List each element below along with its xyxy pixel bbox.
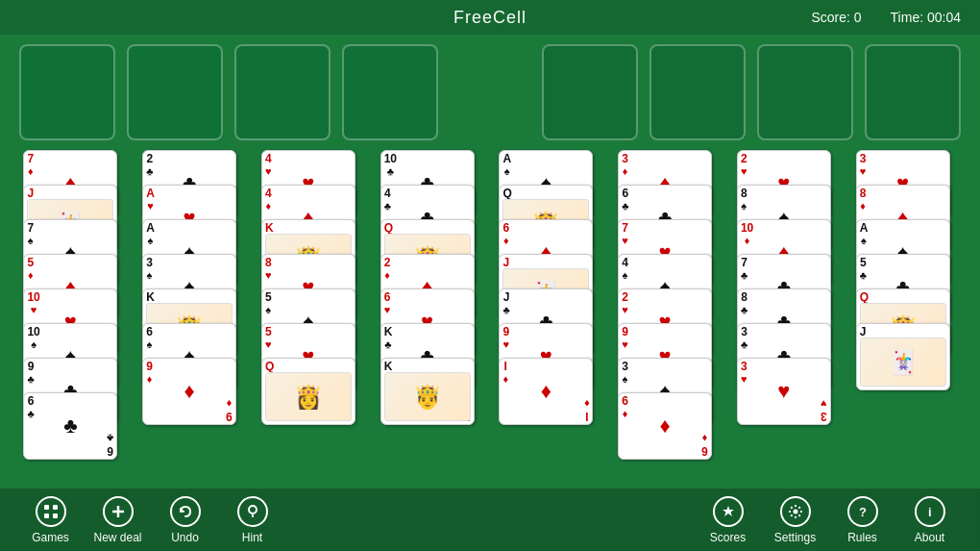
game-header: FreeCell Score: 0 Time: 00:04 bbox=[0, 0, 980, 35]
playing-card[interactable]: I♦I♦♦ bbox=[499, 358, 593, 425]
card-column-1[interactable]: 2♣2♣♣A♥A♥♥A♠A♠♠3♠3♠♠K♠K♠🤴6♠6♠♠9♦9♦♦ bbox=[142, 150, 243, 454]
hint-button[interactable]: Hint bbox=[221, 491, 283, 549]
rules-label: Rules bbox=[847, 531, 877, 544]
svg-rect-2 bbox=[44, 513, 49, 518]
settings-button[interactable]: Settings bbox=[764, 491, 826, 549]
card-column-4[interactable]: A♠A♠♠Q♠Q♠👸6♦6♦♦J♥J♥🃏J♣J♣♣9♥9♥♥I♦I♦♦ bbox=[499, 150, 600, 454]
card-column-5[interactable]: 3♦3♦♦6♣6♣♣7♥7♥♥4♠4♠♠2♥2♥♥9♥9♥♥3♠3♠♠6♦6♦♦ bbox=[618, 150, 719, 488]
hint-label: Hint bbox=[242, 531, 262, 544]
settings-icon bbox=[780, 496, 811, 527]
free-cell-3[interactable] bbox=[234, 44, 331, 140]
svg-text:i: i bbox=[928, 505, 932, 519]
game-title: FreeCell bbox=[453, 8, 527, 28]
foundation-3[interactable] bbox=[757, 44, 853, 140]
rules-icon: ? bbox=[847, 496, 878, 527]
scores-label: Scores bbox=[710, 531, 746, 544]
svg-rect-3 bbox=[53, 513, 58, 518]
settings-label: Settings bbox=[774, 531, 816, 544]
card-column-3[interactable]: 10♣10♣♣4♣4♣♣Q♥Q♥👸2♦2♦♦6♥6♥♥K♣K♣♣K♠K♠🤴 bbox=[380, 150, 481, 454]
card-column-2[interactable]: 4♥4♥♥4♦4♦♦K♥K♥🤴8♥8♥♥5♠5♠♠5♥5♥♥Q♦Q♦👸 bbox=[261, 150, 362, 454]
svg-rect-0 bbox=[44, 505, 49, 510]
new-deal-icon bbox=[103, 496, 134, 527]
rules-button[interactable]: ? Rules bbox=[831, 491, 894, 549]
undo-label: Undo bbox=[171, 531, 199, 544]
score-area: Score: 0 Time: 00:04 bbox=[811, 10, 961, 25]
foundations bbox=[542, 44, 961, 140]
card-column-0[interactable]: 7♦7♦♦J♦J♦🃏7♠7♠♠5♦5♦♦10♥10♥♥10♠10♠♠9♣9♣♣6… bbox=[23, 150, 124, 488]
new-deal-button[interactable]: New deal bbox=[86, 491, 149, 549]
playing-card[interactable]: K♠K♠🤴 bbox=[380, 358, 475, 425]
game-area: 7♦7♦♦J♦J♦🃏7♠7♠♠5♦5♦♦10♥10♥♥10♠10♠♠9♣9♣♣6… bbox=[0, 35, 980, 488]
playing-card[interactable]: Q♦Q♦👸 bbox=[261, 358, 355, 425]
svg-text:?: ? bbox=[859, 505, 867, 519]
playing-card[interactable]: 6♦6♦♦ bbox=[618, 392, 712, 460]
foundation-4[interactable] bbox=[865, 44, 961, 140]
score-display: Score: 0 bbox=[811, 10, 861, 25]
about-icon: i bbox=[915, 496, 945, 527]
free-cell-2[interactable] bbox=[127, 44, 223, 140]
svg-marker-8 bbox=[723, 506, 734, 516]
free-cells bbox=[19, 44, 438, 140]
undo-icon bbox=[170, 496, 201, 527]
undo-button[interactable]: Undo bbox=[154, 491, 216, 549]
svg-point-6 bbox=[249, 506, 257, 513]
svg-point-9 bbox=[793, 509, 797, 513]
scores-button[interactable]: Scores bbox=[697, 491, 759, 549]
foundation-2[interactable] bbox=[649, 44, 746, 140]
playing-card[interactable]: J♠J♠🃏 bbox=[856, 323, 950, 390]
games-button[interactable]: Games bbox=[19, 491, 82, 549]
top-slots bbox=[0, 35, 980, 150]
games-icon bbox=[36, 496, 66, 527]
playing-card[interactable]: 3♥3♥♥ bbox=[737, 358, 831, 425]
about-button[interactable]: i About bbox=[898, 491, 961, 549]
games-label: Games bbox=[32, 531, 69, 544]
toolbar: Games New deal Undo bbox=[0, 488, 980, 551]
about-label: About bbox=[915, 531, 944, 544]
playing-card[interactable]: 9♦9♦♦ bbox=[142, 358, 236, 425]
free-cell-4[interactable] bbox=[342, 44, 438, 140]
toolbar-right: Scores Settings ? Rules i bbox=[697, 491, 961, 549]
svg-rect-1 bbox=[53, 505, 58, 510]
playing-card[interactable]: 6♣6♣♣ bbox=[23, 392, 117, 460]
card-column-7[interactable]: 3♥3♥♥8♦8♦♦A♠A♠♠5♣5♣♣Q♥Q♥👸J♠J♠🃏 bbox=[856, 150, 957, 438]
hint-icon bbox=[237, 496, 268, 527]
time-display: Time: 00:04 bbox=[891, 10, 961, 25]
card-column-6[interactable]: 2♥2♥♥8♠8♠♠10♦10♦♦7♣7♣♣8♣8♣♣3♣3♣♣3♥3♥♥ bbox=[737, 150, 838, 454]
card-columns: 7♦7♦♦J♦J♦🃏7♠7♠♠5♦5♦♦10♥10♥♥10♠10♠♠9♣9♣♣6… bbox=[0, 150, 980, 488]
toolbar-left: Games New deal Undo bbox=[19, 491, 283, 549]
new-deal-label: New deal bbox=[93, 531, 141, 544]
free-cell-1[interactable] bbox=[19, 44, 115, 140]
scores-icon bbox=[713, 496, 744, 527]
svg-rect-7 bbox=[252, 514, 254, 517]
foundation-1[interactable] bbox=[542, 44, 638, 140]
